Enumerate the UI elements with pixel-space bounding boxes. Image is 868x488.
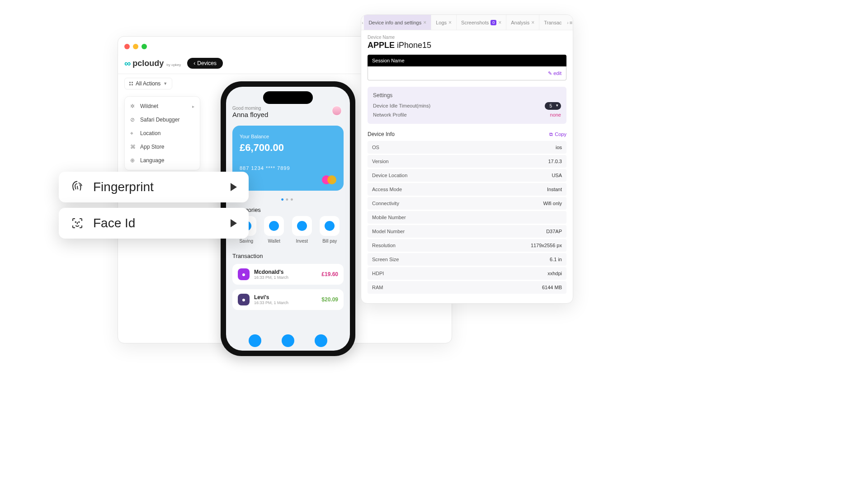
- nav-item[interactable]: [249, 334, 261, 347]
- menu-item[interactable]: ⊕Language: [125, 154, 200, 167]
- merchant-name: Levi's: [254, 294, 288, 300]
- svg-point-1: [79, 222, 80, 223]
- info-row: Model NumberD37AP: [368, 225, 566, 238]
- info-key: RAM: [372, 285, 383, 290]
- nav-item[interactable]: [315, 334, 327, 347]
- hamburger-icon[interactable]: ≡: [569, 20, 573, 25]
- close-icon[interactable]: [124, 44, 130, 49]
- menu-item[interactable]: ✲Wildnet▸: [125, 99, 200, 113]
- info-value: Wifi only: [543, 201, 562, 206]
- info-value: Instant: [547, 187, 562, 192]
- info-key: OS: [372, 145, 379, 150]
- close-icon[interactable]: ×: [531, 19, 534, 26]
- transaction-time: 16:33 PM, 1 March: [254, 275, 288, 280]
- device-info-heading: Device Info: [368, 131, 395, 137]
- transaction-amount: £19.60: [321, 271, 338, 277]
- play-icon: [231, 183, 237, 191]
- menu-label: Wildnet: [140, 103, 158, 109]
- nav-item[interactable]: [282, 334, 294, 347]
- fingerprint-icon: [71, 180, 84, 194]
- transaction-row[interactable]: ●Mcdonald's16:33 PM, 1 March£19.60: [232, 264, 344, 285]
- quick-action[interactable]: Invest: [288, 216, 316, 244]
- avatar[interactable]: [332, 106, 342, 116]
- tab-label: Logs: [436, 20, 447, 25]
- quick-action[interactable]: Wallet: [260, 216, 288, 244]
- info-key: HDPI: [372, 271, 384, 276]
- balance-label: Your Balance: [240, 134, 336, 139]
- action-label: Wallet: [260, 239, 288, 244]
- menu-item[interactable]: ⌘App Store: [125, 140, 200, 154]
- tab-screenshots[interactable]: Screenshots 0 ×: [457, 15, 506, 30]
- close-icon[interactable]: ×: [448, 19, 452, 26]
- balance-card[interactable]: Your Balance £6,700.00 887 1234 **** 789…: [232, 126, 344, 191]
- quick-action[interactable]: Bill pay: [316, 216, 344, 244]
- device-brand: APPLE: [368, 41, 395, 50]
- info-key: Access Mode: [372, 187, 402, 192]
- tab-label: Screenshots: [461, 20, 489, 25]
- menu-label: Location: [140, 130, 160, 136]
- play-icon: [231, 219, 237, 227]
- action-label: Saving: [232, 239, 260, 244]
- network-profile-value[interactable]: none: [550, 112, 561, 117]
- setting-label: Network Profile: [373, 112, 407, 117]
- info-row: Access ModeInstant: [368, 183, 566, 196]
- info-row: ConnectivityWifi only: [368, 197, 566, 210]
- brand-logo: ∞ pcloudy by opkey: [124, 58, 181, 69]
- close-icon[interactable]: ×: [423, 19, 426, 26]
- action-icon: [320, 216, 340, 236]
- tab-label: Transac: [544, 20, 561, 25]
- transaction-row[interactable]: ●Levi's16:33 PM, 1 March$20.09: [232, 289, 344, 310]
- info-value: xxhdpi: [547, 271, 562, 276]
- merchant-icon: ●: [238, 268, 250, 280]
- tab-device-info[interactable]: Device info and settings ×: [364, 15, 431, 30]
- action-icon: [292, 216, 312, 236]
- edit-link[interactable]: ✎ edit: [548, 70, 561, 76]
- window-controls: [124, 44, 147, 49]
- info-key: Device Location: [372, 173, 407, 178]
- info-row: Resolution1179x2556 px: [368, 239, 566, 252]
- info-value: ios: [556, 145, 562, 150]
- info-row: Device LocationUSA: [368, 169, 566, 182]
- tab-transactions[interactable]: Transac: [539, 15, 566, 30]
- device-name-label: Device Name: [368, 35, 566, 40]
- transaction-time: 16:33 PM, 1 March: [254, 300, 288, 305]
- devices-button[interactable]: ‹ Devices: [187, 58, 223, 69]
- tab-logs[interactable]: Logs ×: [431, 15, 457, 30]
- session-name-header: Session Name: [368, 55, 566, 66]
- info-value: D37AP: [546, 229, 562, 234]
- info-value: USA: [552, 173, 562, 178]
- faceid-icon: [71, 216, 84, 230]
- faceid-option[interactable]: Face Id: [59, 208, 249, 239]
- menu-item[interactable]: ⊘Safari Debugger: [125, 113, 200, 127]
- maximize-icon[interactable]: [142, 44, 147, 49]
- device-info-section: Device Info ⧉ Copy OSiosVersion17.0.3Dev…: [368, 131, 566, 294]
- info-key: Model Number: [372, 229, 405, 234]
- page-indicator[interactable]: •••: [232, 195, 344, 205]
- tab-label: Device info and settings: [368, 20, 421, 25]
- info-value: 17.0.3: [548, 159, 562, 164]
- close-icon[interactable]: ×: [498, 19, 501, 26]
- balance-value: £6,700.00: [240, 142, 336, 154]
- tab-analysis[interactable]: Analysis ×: [506, 15, 539, 30]
- brand-name: pcloudy: [132, 59, 164, 68]
- bottom-nav: [226, 334, 350, 347]
- info-key: Screen Size: [372, 257, 399, 262]
- menu-label: App Store: [140, 144, 164, 150]
- fingerprint-option[interactable]: Fingerprint: [59, 172, 249, 202]
- all-actions-dropdown[interactable]: All Actions ▼: [124, 78, 172, 89]
- info-row: Screen Size6.1 in: [368, 253, 566, 266]
- info-value: 1179x2556 px: [531, 243, 562, 248]
- minimize-icon[interactable]: [133, 44, 138, 49]
- chevron-right-icon: ▸: [192, 104, 194, 109]
- copy-button[interactable]: ⧉ Copy: [549, 131, 566, 137]
- settings-heading: Settings: [373, 92, 561, 99]
- settings-section: Settings Device Idle Timeout(mins) 5 Net…: [368, 87, 566, 124]
- idle-timeout-select[interactable]: 5: [545, 102, 561, 110]
- menu-item[interactable]: ⌖Location: [125, 127, 200, 140]
- transaction-amount: $20.09: [321, 296, 338, 303]
- grid-icon: [129, 82, 133, 85]
- fingerprint-label: Fingerprint: [93, 180, 222, 194]
- info-row: Mobile Number: [368, 211, 566, 224]
- menu-icon: ⌖: [130, 130, 137, 136]
- action-label: Bill pay: [316, 239, 344, 244]
